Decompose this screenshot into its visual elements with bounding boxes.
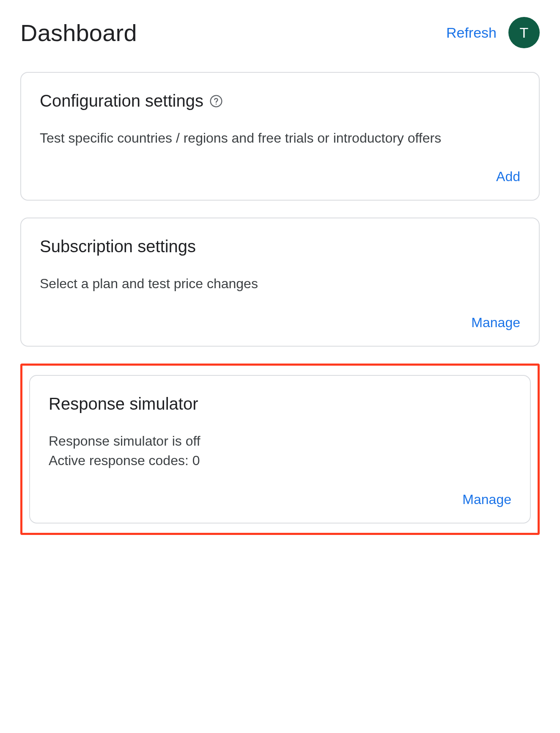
card-header: Subscription settings	[40, 237, 520, 256]
avatar-initial: T	[520, 25, 529, 41]
simulator-codes: Active response codes: 0	[49, 451, 511, 470]
card-header: Response simulator	[49, 394, 511, 413]
header: Dashboard Refresh T	[20, 17, 540, 48]
svg-point-1	[216, 103, 217, 104]
help-icon[interactable]	[209, 94, 223, 108]
card-description: Select a plan and test price changes	[40, 274, 520, 293]
simulator-status: Response simulator is off	[49, 431, 511, 451]
manage-simulator-button[interactable]: Manage	[462, 489, 511, 510]
response-simulator-card: Response simulator Response simulator is…	[29, 375, 531, 524]
card-header: Configuration settings	[40, 91, 520, 110]
subscription-settings-card: Subscription settings Select a plan and …	[20, 218, 540, 346]
card-title: Configuration settings	[40, 91, 203, 110]
card-action-row: Add	[40, 166, 520, 187]
configuration-settings-card: Configuration settings Test specific cou…	[20, 72, 540, 201]
manage-subscription-button[interactable]: Manage	[471, 312, 520, 333]
card-title: Subscription settings	[40, 237, 196, 256]
card-action-row: Manage	[49, 489, 511, 510]
header-actions: Refresh T	[446, 17, 540, 48]
card-action-row: Manage	[40, 312, 520, 333]
page-title: Dashboard	[20, 19, 137, 47]
card-description: Test specific countries / regions and fr…	[40, 128, 520, 148]
add-button[interactable]: Add	[496, 166, 520, 187]
highlight-box: Response simulator Response simulator is…	[20, 364, 540, 535]
svg-point-0	[211, 95, 222, 107]
avatar[interactable]: T	[508, 17, 540, 48]
card-title: Response simulator	[49, 394, 198, 413]
refresh-button[interactable]: Refresh	[446, 25, 497, 41]
